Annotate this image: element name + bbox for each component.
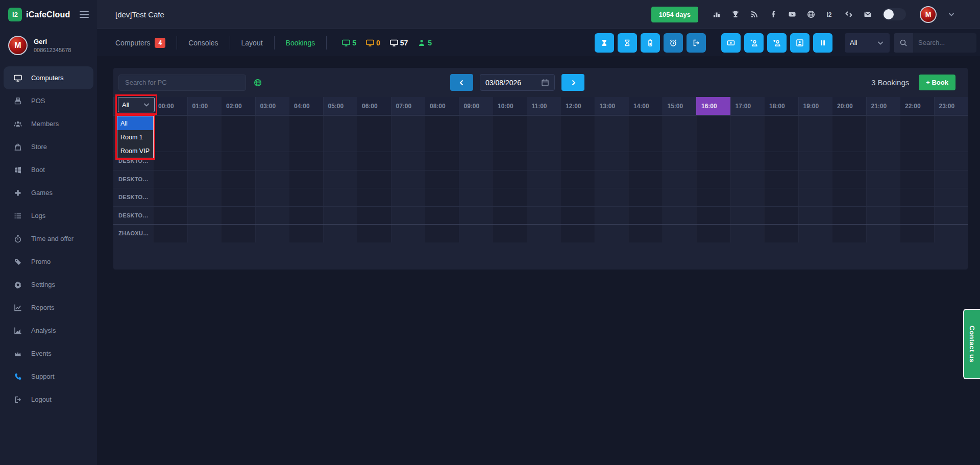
booking-cell[interactable] (628, 207, 663, 225)
booking-cell[interactable] (357, 170, 391, 188)
booking-cell[interactable] (764, 152, 798, 170)
booking-cell[interactable] (663, 225, 697, 242)
booking-cell[interactable] (323, 188, 357, 206)
booking-cell[interactable] (696, 188, 730, 206)
booking-cell[interactable] (527, 134, 561, 152)
booking-cell[interactable] (425, 188, 459, 206)
mail-icon[interactable] (864, 10, 872, 18)
booking-cell[interactable] (934, 134, 968, 152)
booking-cell[interactable] (696, 225, 730, 242)
sidebar-item-support[interactable]: Support (4, 365, 93, 388)
booking-cell[interactable] (255, 188, 289, 206)
booking-cell[interactable] (560, 152, 595, 170)
room-option-all[interactable]: All (117, 116, 153, 130)
booking-cell[interactable] (391, 152, 425, 170)
sidebar-item-promo[interactable]: Promo (4, 250, 93, 273)
booking-cell[interactable] (323, 134, 357, 152)
booking-cell[interactable] (221, 152, 255, 170)
booking-cell[interactable] (832, 225, 866, 242)
booking-cell[interactable] (595, 134, 629, 152)
booking-cell[interactable] (255, 170, 289, 188)
booking-cell[interactable] (493, 188, 527, 206)
photo-person-button[interactable] (790, 33, 810, 53)
booking-cell[interactable] (628, 152, 663, 170)
booking-cell[interactable] (696, 134, 730, 152)
booking-cell[interactable] (730, 134, 765, 152)
booking-cell[interactable] (696, 207, 730, 225)
booking-cell[interactable] (866, 116, 900, 134)
booking-cell[interactable] (357, 152, 391, 170)
booking-cell[interactable] (357, 225, 391, 242)
rss-icon[interactable] (750, 10, 758, 18)
booking-cell[interactable] (730, 152, 765, 170)
booking-cell[interactable] (357, 134, 391, 152)
booking-cell[interactable] (425, 134, 459, 152)
booking-cell[interactable] (798, 170, 832, 188)
booking-cell[interactable] (764, 116, 798, 134)
pause-button[interactable] (813, 33, 832, 53)
booking-cell[interactable] (221, 207, 255, 225)
sidebar-item-analysis[interactable]: Analysis (4, 319, 93, 342)
booking-cell[interactable] (357, 207, 391, 225)
booking-cell[interactable] (764, 225, 798, 242)
booking-cell[interactable] (289, 152, 323, 170)
globe-icon[interactable] (807, 10, 815, 18)
booking-cell[interactable] (391, 225, 425, 242)
booking-cell[interactable] (560, 207, 595, 225)
booking-cell[interactable] (187, 207, 222, 225)
booking-cell[interactable] (628, 116, 663, 134)
booking-cell[interactable] (764, 207, 798, 225)
booking-cell[interactable] (696, 152, 730, 170)
booking-cell[interactable] (595, 188, 629, 206)
sidebar-item-store[interactable]: Store (4, 135, 93, 158)
booking-cell[interactable] (798, 116, 832, 134)
booking-cell[interactable] (323, 225, 357, 242)
booking-cell[interactable] (425, 170, 459, 188)
date-picker[interactable]: 03/08/2026 (480, 74, 555, 91)
booking-cell[interactable] (459, 134, 493, 152)
booking-cell[interactable] (391, 207, 425, 225)
booking-cell[interactable] (764, 188, 798, 206)
booking-cell[interactable] (527, 207, 561, 225)
booking-cell[interactable] (493, 207, 527, 225)
sidebar-item-reports[interactable]: Reports (4, 296, 93, 319)
booking-cell[interactable] (663, 134, 697, 152)
booking-cell[interactable] (187, 152, 222, 170)
booking-cell[interactable] (934, 188, 968, 206)
booking-cell[interactable] (595, 116, 629, 134)
search-input[interactable] (913, 33, 976, 53)
sidebar-item-computers[interactable]: Computers (4, 66, 93, 89)
sidebar-item-logs[interactable]: Logs (4, 204, 93, 227)
member-star-button[interactable] (744, 33, 764, 53)
booking-cell[interactable] (663, 188, 697, 206)
sidebar-item-events[interactable]: Events (4, 342, 93, 365)
booking-cell[interactable] (289, 134, 323, 152)
booking-cell[interactable] (730, 170, 765, 188)
youtube-icon[interactable] (788, 10, 796, 18)
booking-cell[interactable] (900, 152, 934, 170)
header-avatar[interactable]: M (920, 6, 937, 23)
booking-cell[interactable] (764, 170, 798, 188)
booking-cell[interactable] (832, 188, 866, 206)
booking-cell[interactable] (187, 170, 222, 188)
trophy-icon[interactable] (731, 10, 740, 18)
booking-cell[interactable] (798, 134, 832, 152)
booking-cell[interactable] (391, 134, 425, 152)
booking-cell[interactable] (934, 152, 968, 170)
contact-us-button[interactable]: Contact us (963, 309, 980, 379)
hourglass-filled-button[interactable] (595, 33, 614, 53)
booking-cell[interactable] (289, 116, 323, 134)
booking-cell[interactable] (866, 188, 900, 206)
booking-cell[interactable] (628, 188, 663, 206)
booking-cell[interactable] (391, 170, 425, 188)
booking-cell[interactable] (255, 116, 289, 134)
tab-computers[interactable]: Computers4 (115, 38, 177, 48)
facebook-icon[interactable] (769, 10, 777, 18)
sidebar-item-games[interactable]: Games (4, 181, 93, 204)
tab-layout[interactable]: Layout (230, 39, 274, 47)
booking-cell[interactable] (560, 170, 595, 188)
icafe-logo-icon[interactable]: i2 (826, 10, 834, 18)
booking-cell[interactable] (832, 116, 866, 134)
booking-cell[interactable] (663, 170, 697, 188)
booking-cell[interactable] (255, 134, 289, 152)
